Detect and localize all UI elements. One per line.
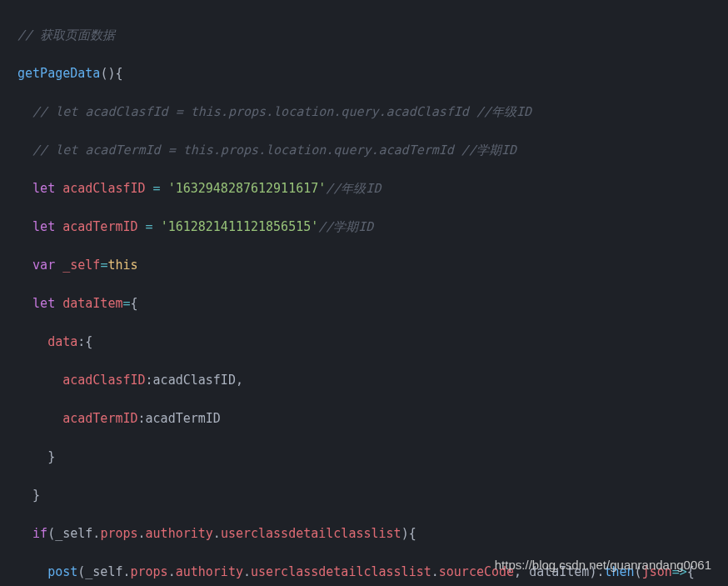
comment-text: // 获取页面数据 (17, 28, 115, 43)
code-line: data:{ (10, 333, 728, 352)
code-line: acadClasfID:acadClasfID, (10, 371, 728, 390)
code-line: var _self=this (10, 256, 728, 275)
code-line: let acadClasfID = '1632948287612911617'/… (10, 179, 728, 198)
code-editor[interactable]: // 获取页面数据 getPageData(){ // let acadClas… (0, 0, 728, 586)
code-line: } (10, 448, 728, 467)
code-line: // let acadClasfId = this.props.location… (10, 103, 728, 122)
code-line: // let acadTermId = this.props.location.… (10, 141, 728, 160)
code-line: let dataItem={ (10, 294, 728, 313)
code-line: acadTermID:acadTermID (10, 409, 728, 428)
comment-text: // let acadClasfId = this.props.location… (32, 104, 531, 119)
code-line: } (10, 486, 728, 505)
code-line: let acadTermID = '1612821411121856515'//… (10, 218, 728, 237)
watermark-text: https://blog.csdn.net/guanrandang0061 (495, 555, 711, 574)
comment-text: // let acadTermId = this.props.location.… (32, 143, 516, 158)
code-line: if(_self.props.authority.userclassdetail… (10, 524, 728, 543)
code-line: // 获取页面数据 (10, 26, 728, 45)
code-line: getPageData(){ (10, 64, 728, 83)
function-name: getPageData (17, 66, 100, 81)
